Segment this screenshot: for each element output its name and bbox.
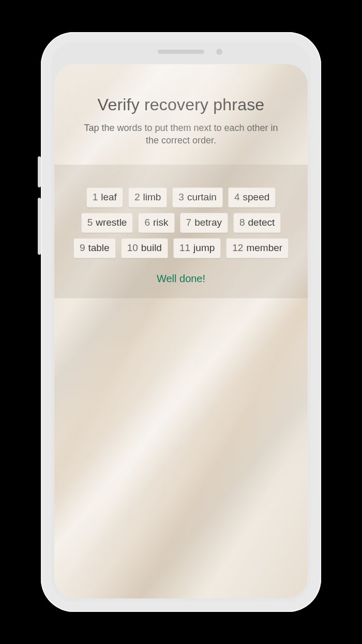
front-camera — [216, 49, 222, 55]
word-chip[interactable]: 12 member — [226, 238, 289, 258]
word-index: 11 — [179, 242, 190, 254]
word-index: 10 — [127, 242, 138, 254]
word-chip[interactable]: 6 risk — [138, 213, 174, 233]
word-text: leaf — [101, 192, 117, 203]
side-button — [38, 198, 41, 255]
screen: Verify recovery phrase Tap the words to … — [54, 64, 308, 598]
word-index: 2 — [134, 192, 140, 203]
word-index: 3 — [178, 192, 184, 203]
word-chip[interactable]: 4 speed — [228, 187, 276, 208]
page-title: Verify recovery phrase — [54, 95, 308, 114]
word-chip[interactable]: 8 detect — [233, 213, 281, 233]
word-index: 4 — [234, 192, 240, 203]
word-index: 5 — [87, 217, 93, 228]
phone-frame: Verify recovery phrase Tap the words to … — [41, 32, 321, 612]
word-text: build — [141, 242, 162, 254]
word-text: betray — [194, 217, 222, 228]
speaker-grille — [158, 50, 204, 54]
word-chip[interactable]: 7 betray — [180, 213, 228, 233]
word-text: table — [88, 242, 109, 254]
word-index: 12 — [232, 242, 243, 254]
word-index: 9 — [80, 242, 85, 254]
word-index: 1 — [93, 192, 98, 203]
word-text: curtain — [187, 192, 217, 203]
word-text: wrestle — [96, 217, 127, 228]
word-chip[interactable]: 10 build — [121, 238, 168, 258]
recovery-phrase-panel: 1 leaf 2 limb 3 curtain 4 speed — [54, 165, 308, 298]
word-chip[interactable]: 9 table — [73, 238, 116, 258]
word-chip[interactable]: 1 leaf — [86, 187, 123, 208]
recovery-phrase-chips: 1 leaf 2 limb 3 curtain 4 speed — [61, 187, 301, 258]
word-text: limb — [143, 192, 161, 203]
side-button — [38, 156, 41, 187]
word-text: member — [246, 242, 282, 254]
status-text: Well done! — [61, 273, 301, 285]
page-subtitle: Tap the words to put them next to each o… — [78, 122, 284, 147]
word-text: speed — [243, 192, 270, 203]
word-index: 6 — [144, 217, 150, 228]
word-text: detect — [248, 217, 275, 228]
word-chip[interactable]: 3 curtain — [172, 187, 223, 208]
word-chip[interactable]: 5 wrestle — [81, 213, 133, 233]
word-text: risk — [153, 217, 169, 228]
word-chip[interactable]: 11 jump — [173, 238, 221, 258]
word-text: jump — [193, 242, 215, 254]
word-chip[interactable]: 2 limb — [128, 187, 167, 208]
word-index: 8 — [239, 217, 245, 228]
word-index: 7 — [186, 217, 192, 228]
